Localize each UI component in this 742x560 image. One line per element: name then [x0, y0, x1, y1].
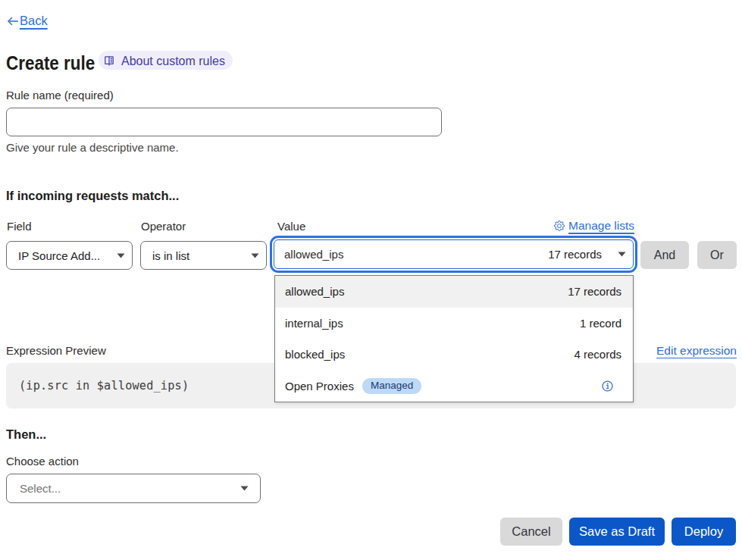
- rule-name-input[interactable]: [6, 108, 442, 136]
- list-option-allowed-ips[interactable]: allowed_ips 17 records: [275, 276, 633, 308]
- expression-preview-label: Expression Preview: [6, 344, 106, 357]
- save-as-draft-button[interactable]: Save as Draft: [569, 518, 665, 546]
- value-combobox[interactable]: allowed_ips 17 records: [274, 239, 634, 269]
- back-label: Back: [20, 14, 48, 28]
- action-select[interactable]: Select...: [6, 474, 261, 503]
- list-option-meta: 17 records: [568, 285, 621, 298]
- chevron-down-icon: [618, 252, 626, 257]
- deploy-button[interactable]: Deploy: [672, 518, 736, 546]
- operator-select-value: is in list: [152, 249, 189, 262]
- rule-name-helper: Give your rule a descriptive name.: [6, 141, 179, 154]
- list-option-name: Open Proxies: [285, 380, 354, 393]
- manage-lists-label: Manage lists: [568, 219, 634, 233]
- field-select[interactable]: IP Source Add...: [6, 241, 133, 270]
- managed-badge: Managed: [362, 378, 421, 394]
- rule-name-label: Rule name (required): [6, 89, 114, 102]
- list-option-name: blocked_ips: [285, 348, 345, 361]
- chevron-down-icon: [251, 253, 259, 258]
- edit-expression-link[interactable]: Edit expression: [656, 344, 737, 358]
- info-icon[interactable]: [602, 380, 613, 392]
- action-select-placeholder: Select...: [20, 482, 61, 495]
- list-option-internal-ips[interactable]: internal_ips 1 record: [275, 308, 633, 339]
- choose-action-label: Choose action: [6, 455, 79, 468]
- list-option-blocked-ips[interactable]: blocked_ips 4 records: [275, 339, 633, 371]
- list-option-meta: 1 record: [580, 317, 621, 330]
- manage-lists-link[interactable]: Manage lists: [554, 219, 634, 233]
- about-badge-label: About custom rules: [121, 55, 225, 68]
- gear-icon: [554, 221, 565, 231]
- operator-select[interactable]: is in list: [140, 241, 267, 270]
- value-label: Value: [277, 220, 305, 233]
- chevron-down-icon: [240, 486, 249, 491]
- book-icon: [105, 56, 114, 66]
- or-button[interactable]: Or: [697, 241, 737, 269]
- match-heading: If incoming requests match...: [6, 189, 179, 203]
- list-option-open-proxies[interactable]: Open Proxies Managed: [275, 371, 633, 402]
- field-select-value: IP Source Add...: [18, 249, 100, 262]
- cancel-button[interactable]: Cancel: [500, 518, 562, 546]
- list-dropdown: allowed_ips 17 records internal_ips 1 re…: [274, 275, 634, 402]
- and-button[interactable]: And: [640, 241, 689, 269]
- list-option-name: internal_ips: [285, 317, 343, 330]
- create-rule-page: Back Create rule About custom rules Rule…: [0, 0, 742, 560]
- value-selected: allowed_ips: [284, 248, 343, 261]
- chevron-down-icon: [117, 253, 125, 258]
- field-label: Field: [7, 220, 32, 233]
- operator-label: Operator: [141, 220, 186, 233]
- value-selected-meta: 17 records: [548, 248, 602, 261]
- list-option-name: allowed_ips: [285, 285, 344, 298]
- back-link[interactable]: Back: [7, 14, 48, 28]
- list-option-meta: 4 records: [574, 348, 621, 361]
- about-custom-rules-badge[interactable]: About custom rules: [99, 51, 233, 70]
- page-title: Create rule: [6, 52, 95, 74]
- then-heading: Then...: [6, 427, 46, 442]
- expression-code: (ip.src in $allowed_ips): [19, 379, 189, 393]
- back-arrow-icon: [7, 16, 19, 27]
